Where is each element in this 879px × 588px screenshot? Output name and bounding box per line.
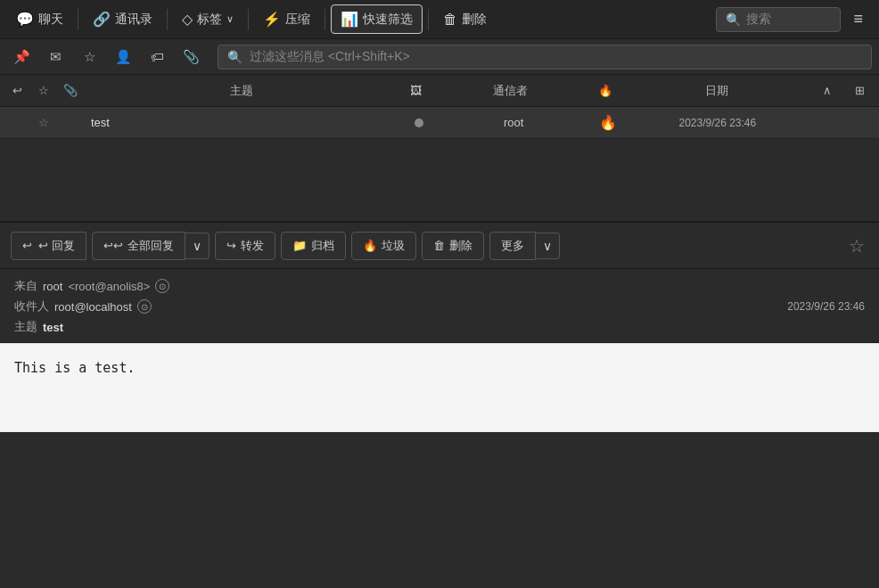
to-email: root@localhost bbox=[54, 300, 132, 314]
nav-tags-label: 标签 bbox=[197, 12, 222, 28]
reply-label: ↩ 回复 bbox=[37, 238, 75, 254]
nav-delete[interactable]: 🗑 删除 bbox=[434, 6, 496, 33]
nav-delete-label: 删除 bbox=[462, 12, 487, 28]
from-row: 来自 root <root@anolis8> ⊙ bbox=[14, 278, 865, 294]
forward-icon: ↪ bbox=[226, 239, 236, 252]
delete-label: 删除 bbox=[449, 238, 472, 254]
column-headers: ↩ ☆ 📎 主题 🖼 通信者 🔥 日期 ∧ ⊞ bbox=[0, 75, 879, 107]
from-email: <root@anolis8> bbox=[68, 280, 150, 293]
reply-all-icon: ↩↩ bbox=[103, 239, 123, 252]
reply-all-button[interactable]: ↩↩ 全部回复 bbox=[92, 232, 185, 260]
filter-attach-btn[interactable]: 📎 bbox=[177, 45, 205, 69]
junk-label: 垃圾 bbox=[382, 238, 405, 254]
compress-icon: ⚡ bbox=[263, 11, 281, 28]
row-flame: 🔥 bbox=[592, 114, 624, 131]
hamburger-button[interactable]: ≡ bbox=[844, 4, 872, 34]
col-star-header[interactable]: ☆ bbox=[30, 84, 57, 97]
reply-all-dropdown-button[interactable]: ∨ bbox=[185, 233, 209, 259]
envelope-icon: ✉ bbox=[50, 49, 62, 65]
row-date: 2023/9/26 23:46 bbox=[624, 117, 811, 129]
reply-icon: ↩ bbox=[22, 239, 32, 252]
filter-contact-btn[interactable]: 👤 bbox=[109, 45, 137, 69]
filter-bar: 📌 ✉ ☆ 👤 🏷 📎 🔍 过滤这些消息 <Ctrl+Shift+K> bbox=[0, 39, 879, 75]
col-grid-btn[interactable]: ⊞ bbox=[843, 84, 875, 97]
chat-icon: 💬 bbox=[16, 11, 34, 28]
filter-search-icon: 🔍 bbox=[227, 50, 242, 64]
filter-search-input[interactable]: 🔍 过滤这些消息 <Ctrl+Shift+K> bbox=[218, 45, 872, 69]
tag-icon: 🏷 bbox=[151, 49, 164, 64]
filter-pin-btn[interactable]: 📌 bbox=[7, 45, 36, 69]
flame-col-icon: 🔥 bbox=[598, 84, 612, 97]
from-label: 来自 bbox=[14, 278, 37, 294]
attach-icon: 📎 bbox=[183, 49, 200, 65]
more-button[interactable]: 更多 bbox=[489, 232, 536, 260]
star-empty-icon: ☆ bbox=[38, 116, 49, 129]
col-attach-header[interactable]: 📎 bbox=[57, 84, 84, 97]
search-box[interactable]: 🔍 搜索 bbox=[716, 7, 841, 32]
star-icon: ☆ bbox=[84, 49, 95, 65]
grid-icon: ⊞ bbox=[855, 84, 865, 97]
date-header-label: 日期 bbox=[705, 83, 728, 99]
subject-value: test bbox=[43, 321, 63, 334]
email-date: 2023/9/26 23:46 bbox=[787, 300, 865, 313]
forward-button[interactable]: ↪ 转发 bbox=[215, 232, 275, 260]
more-label: 更多 bbox=[501, 238, 524, 254]
col-flame-header: 🔥 bbox=[589, 84, 621, 97]
filter-envelope-btn[interactable]: ✉ bbox=[41, 45, 70, 69]
nav-tags[interactable]: ◇ 标签 ∨ bbox=[173, 5, 242, 33]
row-star[interactable]: ☆ bbox=[30, 116, 57, 129]
col-sort-btn[interactable]: ∧ bbox=[811, 84, 843, 97]
contacts-icon: 🔗 bbox=[93, 11, 111, 28]
delete-icon: 🗑 bbox=[443, 12, 457, 28]
nav-quickfilter-label: 快速筛选 bbox=[363, 12, 413, 28]
status-dot bbox=[415, 118, 423, 127]
row-sender: root bbox=[435, 116, 591, 129]
col-subject-header[interactable]: 主题 bbox=[84, 83, 399, 99]
thread-icon: ↩ bbox=[12, 84, 22, 97]
filter-search-placeholder: 过滤这些消息 <Ctrl+Shift+K> bbox=[250, 49, 410, 65]
archive-label: 归档 bbox=[311, 238, 334, 254]
nav-sep-1 bbox=[78, 9, 78, 30]
star-message-button[interactable]: ☆ bbox=[845, 232, 868, 260]
col-img-header[interactable]: 🖼 bbox=[399, 84, 431, 97]
sender-text: root bbox=[504, 116, 523, 129]
to-row: 收件人 root@localhost ⊙ 2023/9/26 23:46 bbox=[14, 298, 865, 314]
from-name: root bbox=[43, 280, 62, 293]
subject-row: 主题 test bbox=[14, 319, 865, 335]
from-contact-icon[interactable]: ⊙ bbox=[155, 279, 169, 293]
junk-button[interactable]: 🔥 垃圾 bbox=[351, 232, 416, 260]
to-contact-icon[interactable]: ⊙ bbox=[137, 299, 152, 314]
nav-compress[interactable]: ⚡ 压缩 bbox=[254, 5, 319, 33]
col-date-header[interactable]: 日期 bbox=[621, 83, 811, 99]
email-body: This is a test. bbox=[0, 343, 879, 432]
row-subject: test bbox=[84, 116, 403, 129]
star-col-icon: ☆ bbox=[38, 84, 49, 97]
email-row[interactable]: ☆ test root 🔥 2023/9/26 23:46 bbox=[0, 107, 879, 139]
flame-icon: 🔥 bbox=[599, 114, 617, 131]
tags-dropdown-icon[interactable]: ∨ bbox=[226, 13, 234, 25]
nav-chat[interactable]: 💬 聊天 bbox=[7, 5, 72, 33]
filter-tag-btn[interactable]: 🏷 bbox=[143, 45, 171, 69]
nav-contacts[interactable]: 🔗 通讯录 bbox=[84, 5, 161, 33]
forward-label: 转发 bbox=[241, 238, 264, 254]
reply-button[interactable]: ↩ ↩ 回复 bbox=[11, 232, 86, 260]
reply-all-group: ↩↩ 全部回复 ∨ bbox=[92, 232, 209, 260]
delete-button[interactable]: 🗑 删除 bbox=[422, 232, 484, 260]
attach-col-icon: 📎 bbox=[63, 84, 78, 97]
archive-button[interactable]: 📁 归档 bbox=[281, 232, 346, 260]
email-list: ☆ test root 🔥 2023/9/26 23:46 bbox=[0, 107, 879, 223]
more-group: 更多 ∨ bbox=[489, 232, 560, 260]
img-col-icon: 🖼 bbox=[410, 84, 422, 97]
more-dropdown-button[interactable]: ∨ bbox=[536, 233, 560, 259]
contact-icon: 👤 bbox=[115, 49, 132, 65]
subject-label: 主题 bbox=[14, 319, 37, 335]
reply-all-label: 全部回复 bbox=[127, 238, 174, 254]
sender-header-label: 通信者 bbox=[493, 83, 528, 99]
star-message-icon: ☆ bbox=[849, 236, 865, 256]
nav-chat-label: 聊天 bbox=[38, 12, 63, 28]
filter-star-btn[interactable]: ☆ bbox=[75, 45, 103, 69]
junk-icon: 🔥 bbox=[363, 239, 377, 252]
nav-quickfilter[interactable]: 📊 快速筛选 bbox=[331, 4, 423, 34]
col-icon: ↩ bbox=[4, 84, 30, 97]
col-sender-header[interactable]: 通信者 bbox=[431, 83, 589, 99]
